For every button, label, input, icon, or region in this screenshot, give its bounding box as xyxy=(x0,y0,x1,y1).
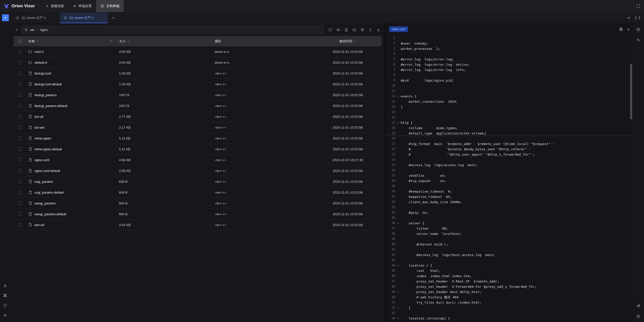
file-name[interactable]: fastcgi.conf.default xyxy=(27,82,117,86)
editor-settings-icon[interactable] xyxy=(636,27,640,32)
code-line[interactable]: 20 xyxy=(386,136,633,141)
code-line[interactable]: 47 proxy_set_header X-Real-IP $remote_ad… xyxy=(386,279,633,284)
directory-list-icon[interactable] xyxy=(24,28,28,31)
row-checkbox[interactable] xyxy=(14,71,27,75)
transfer-list-icon[interactable] xyxy=(636,314,640,318)
code-line[interactable]: 1 xyxy=(386,35,633,41)
file-row[interactable]: fastcgi.conf.default1.05 KB-rw-r--r--202… xyxy=(14,79,382,90)
row-checkbox[interactable] xyxy=(14,147,27,151)
braces-icon[interactable]: { } xyxy=(635,16,640,20)
file-name[interactable]: uwsgi_params.default xyxy=(27,212,117,216)
code-line[interactable]: 10 xyxy=(386,83,633,88)
column-size[interactable]: 大小 xyxy=(117,39,213,44)
new-connection-button[interactable]: + xyxy=(2,14,9,21)
open-file-chip[interactable]: nginx.conf xyxy=(389,26,408,32)
file-name[interactable]: mime.types.default xyxy=(27,147,117,151)
column-name[interactable]: 名称 xyxy=(27,39,117,44)
code-line[interactable]: 21 #log_format main '$remote_addr - $rem… xyxy=(386,141,633,147)
file-row[interactable]: koi-utf2.77 KB-rw-r--r--2020-11-01 10:02… xyxy=(14,111,382,122)
file-name[interactable]: nginx.conf xyxy=(27,158,117,162)
user-icon[interactable] xyxy=(3,284,7,288)
code-line[interactable]: 50 # web history 模式 404 xyxy=(386,295,633,300)
fold-chevron-icon[interactable] xyxy=(395,263,401,268)
panel-resize-handle[interactable] xyxy=(384,23,386,322)
code-line[interactable]: 37 listen 80; xyxy=(386,226,633,231)
file-name[interactable]: fastcgi_params.default xyxy=(27,104,117,108)
row-checkbox[interactable] xyxy=(14,201,27,205)
upload-icon[interactable] xyxy=(367,26,374,33)
file-name[interactable]: koi-utf xyxy=(27,115,117,119)
row-checkbox[interactable] xyxy=(14,104,27,108)
sort-carets-icon[interactable] xyxy=(36,40,39,43)
fold-chevron-icon[interactable] xyxy=(395,221,401,226)
new-folder-icon[interactable] xyxy=(351,26,357,33)
row-checkbox[interactable] xyxy=(14,136,27,140)
file-row[interactable]: fastcgi_params.default1007 B-rw-r--r--20… xyxy=(14,100,382,111)
breadcrumb-segment[interactable]: nginx xyxy=(40,28,48,32)
row-checkbox[interactable] xyxy=(14,93,27,97)
fold-chevron-icon[interactable] xyxy=(395,120,401,125)
close-icon[interactable]: × xyxy=(627,16,630,20)
path-address-bar[interactable]: etc / nginx xyxy=(22,26,323,33)
row-checkbox[interactable] xyxy=(14,158,27,162)
code-line[interactable]: 26 xyxy=(386,168,633,173)
row-checkbox[interactable] xyxy=(14,115,27,118)
file-row[interactable]: default.d4.00 KBdrwxr-xr-x2020-11-01 10:… xyxy=(14,57,382,68)
tab-server-1[interactable]: (1) server-生产-1 xyxy=(12,12,60,23)
file-row[interactable]: mime.types.default5.11 KB-rw-r--r--2020-… xyxy=(14,144,382,155)
code-line[interactable]: 14} xyxy=(386,104,633,110)
code-line[interactable]: 46 index index.html index.htm; xyxy=(386,273,633,279)
file-name[interactable]: win-utf xyxy=(27,223,117,227)
code-line[interactable]: 15 xyxy=(386,110,633,115)
code-line[interactable]: 39 xyxy=(386,236,633,242)
code-line[interactable]: 45 root html; xyxy=(386,268,633,273)
settings-gear-icon[interactable] xyxy=(3,313,7,317)
breadcrumb-segment[interactable]: etc xyxy=(30,28,34,32)
code-line[interactable]: 29 xyxy=(386,184,633,189)
code-line[interactable]: 43 xyxy=(386,258,633,263)
code-line[interactable]: 30 #keepalive_timeout 0; xyxy=(386,189,633,194)
code-line[interactable]: 31 keepalive_timeout 65; xyxy=(386,194,633,199)
new-tab-button[interactable]: + xyxy=(109,12,117,23)
row-checkbox[interactable] xyxy=(14,169,27,172)
code-line[interactable]: 18 include mime.types; xyxy=(386,125,633,131)
tab-server-2[interactable]: (2) server-生产-1 xyxy=(60,12,108,23)
code-line[interactable]: 38 server_name localhost; xyxy=(386,231,633,236)
code-line[interactable]: 2#user nobody; xyxy=(386,41,633,46)
code-line[interactable]: 40 #charset koi8-r; xyxy=(386,242,633,247)
code-line[interactable]: 36 server { xyxy=(386,221,633,226)
fullscreen-icon[interactable] xyxy=(636,4,640,8)
code-line[interactable]: 19 default_type application/octet-stream… xyxy=(386,131,633,136)
file-name[interactable]: mime.types xyxy=(27,136,117,140)
editor-scrollbar-thumb[interactable] xyxy=(630,64,632,119)
save-icon[interactable] xyxy=(619,27,623,31)
delete-trash-icon[interactable] xyxy=(359,26,366,33)
code-line[interactable]: 24 xyxy=(386,157,633,162)
row-checkbox[interactable] xyxy=(14,223,27,227)
command-shortcuts-icon[interactable]: ⌘ xyxy=(3,294,7,298)
row-checkbox[interactable] xyxy=(14,126,27,129)
code-line[interactable]: 12events { xyxy=(386,94,633,99)
code-line[interactable]: 41 xyxy=(386,247,633,252)
code-editor[interactable]: 12#user nobody;3worker_processes 1;45#er… xyxy=(386,35,633,322)
new-file-icon[interactable] xyxy=(343,26,349,33)
code-line[interactable]: 8 xyxy=(386,73,633,78)
file-row[interactable]: fastcgi_params1007 B-rw-r--r--2020-11-01… xyxy=(14,90,382,100)
file-row[interactable]: mime.types5.11 KB-rw-r--r--2020-11-01 10… xyxy=(14,133,382,144)
editor-close-icon[interactable]: × xyxy=(627,27,630,31)
fold-chevron-icon[interactable] xyxy=(395,316,401,321)
code-line[interactable]: 23 # '"$http_user_agent" "$http_x_forwar… xyxy=(386,152,633,157)
code-line[interactable]: 35 xyxy=(386,215,633,221)
code-line[interactable]: 9#pid logs/nginx.pid; xyxy=(386,78,633,83)
sort-carets-icon[interactable] xyxy=(127,40,130,43)
back-icon[interactable] xyxy=(14,26,20,33)
file-row[interactable]: uwsgi_params664 B-rw-r--r--2020-11-01 10… xyxy=(14,198,382,209)
code-line[interactable]: 52 } xyxy=(386,305,633,310)
row-checkbox[interactable] xyxy=(14,50,27,53)
file-row[interactable]: scgi_params.default636 B-rw-r--r--2020-1… xyxy=(14,187,382,198)
file-name[interactable]: scgi_params.default xyxy=(27,190,117,194)
file-row[interactable]: nginx.conf4.68 KB-rw-r--r--2024-12-10 16… xyxy=(14,155,382,165)
send-command-icon[interactable] xyxy=(636,304,640,308)
file-name[interactable]: uwsgi_params xyxy=(27,201,117,205)
row-checkbox[interactable] xyxy=(14,180,27,183)
